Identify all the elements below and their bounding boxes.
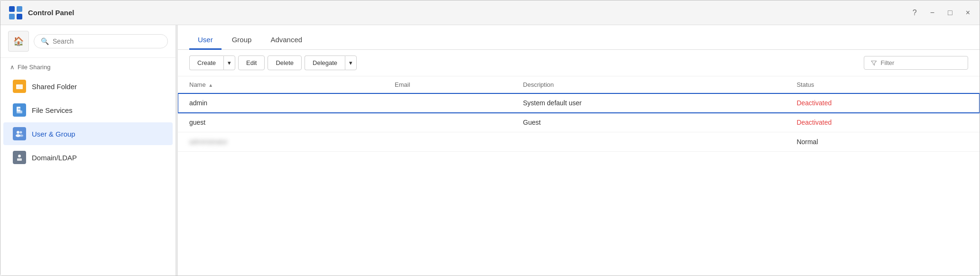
svg-point-12 <box>19 135 23 137</box>
delegate-button[interactable]: Delegate <box>305 55 345 70</box>
search-box[interactable]: 🔍 <box>34 34 168 48</box>
col-email: Email <box>383 76 511 93</box>
file-sharing-label: File Sharing <box>18 64 50 71</box>
maximize-button[interactable]: □ <box>946 8 954 18</box>
file-sharing-section[interactable]: ∧ File Sharing <box>0 58 176 74</box>
cell-email <box>383 113 511 132</box>
sidebar-item-shared-folder[interactable]: Shared Folder <box>3 75 173 98</box>
svg-point-9 <box>17 131 19 134</box>
sidebar-item-file-services[interactable]: File Services <box>3 99 173 121</box>
tab-user[interactable]: User <box>189 31 222 50</box>
users-table: Name ▲ Email Description Status <box>178 76 980 152</box>
create-button[interactable]: Create <box>189 55 223 70</box>
tab-advanced[interactable]: Advanced <box>262 31 311 50</box>
table-wrapper: Name ▲ Email Description Status <box>178 76 980 276</box>
svg-rect-1 <box>17 6 22 12</box>
sidebar-header: 🏠 🔍 <box>0 25 176 58</box>
cell-name: guest <box>178 113 383 132</box>
sidebar: 🏠 🔍 ∧ File Sharing Shared <box>0 25 176 276</box>
filter-box[interactable] <box>864 56 968 70</box>
table-header: Name ▲ Email Description Status <box>178 76 980 93</box>
home-button[interactable]: 🏠 <box>8 31 29 52</box>
svg-marker-15 <box>871 61 877 65</box>
delegate-dropdown-button[interactable]: ▾ <box>345 55 357 70</box>
cell-description: System default user <box>512 93 786 113</box>
user-group-icon <box>13 127 26 140</box>
svg-point-13 <box>18 155 21 157</box>
app-icon <box>8 5 23 20</box>
name-sort-icon: ▲ <box>208 83 213 88</box>
cell-description <box>512 132 786 152</box>
filter-icon <box>871 60 877 66</box>
svg-point-10 <box>20 131 22 134</box>
svg-rect-0 <box>9 6 15 12</box>
svg-rect-5 <box>16 85 19 86</box>
svg-rect-8 <box>18 109 20 110</box>
col-status: Status <box>785 76 980 93</box>
create-button-group: Create ▾ <box>189 55 235 70</box>
table-row[interactable]: guest Guest Deactivated <box>178 113 980 132</box>
minimize-button[interactable]: − <box>928 8 936 18</box>
domain-ldap-label: Domain/LDAP <box>32 154 77 162</box>
user-group-label: User & Group <box>32 130 75 138</box>
svg-rect-14 <box>17 158 22 161</box>
cell-name: administrator <box>178 132 383 152</box>
tab-group[interactable]: Group <box>223 31 260 50</box>
shared-folder-icon <box>13 80 26 93</box>
toolbar: Create ▾ Edit Delete Delegate ▾ <box>178 50 980 76</box>
svg-rect-7 <box>17 110 22 113</box>
edit-button[interactable]: Edit <box>238 55 265 70</box>
cell-description: Guest <box>512 113 786 132</box>
tabs-bar: User Group Advanced <box>178 25 980 50</box>
table-row[interactable]: admin System default user Deactivated <box>178 93 980 113</box>
delete-button[interactable]: Delete <box>268 55 302 70</box>
table-body: admin System default user Deactivated gu… <box>178 93 980 152</box>
file-services-icon <box>13 103 26 117</box>
cell-status: Deactivated <box>785 113 980 132</box>
sidebar-item-domain-ldap[interactable]: Domain/LDAP <box>3 146 173 169</box>
content-area: User Group Advanced Create ▾ Edit Delete… <box>178 25 980 276</box>
svg-rect-3 <box>17 14 22 19</box>
file-sharing-arrow: ∧ <box>10 64 15 71</box>
col-name[interactable]: Name ▲ <box>178 76 383 93</box>
cell-name: admin <box>178 93 383 113</box>
delegate-button-group: Delegate ▾ <box>305 55 357 70</box>
cell-email <box>383 93 511 113</box>
titlebar: Control Panel ? − □ × <box>0 0 980 25</box>
help-button[interactable]: ? <box>911 8 919 18</box>
delegate-dropdown-arrow: ▾ <box>349 59 352 66</box>
shared-folder-label: Shared Folder <box>32 83 77 91</box>
window-title: Control Panel <box>28 9 911 17</box>
sidebar-item-user-group[interactable]: User & Group <box>3 122 173 145</box>
create-dropdown-arrow: ▾ <box>228 59 231 66</box>
control-panel-window: Control Panel ? − □ × 🏠 🔍 ∧ File Sharing <box>0 0 980 276</box>
cell-email <box>383 132 511 152</box>
cell-status: Normal <box>785 132 980 152</box>
filter-input[interactable] <box>880 59 961 66</box>
close-button[interactable]: × <box>964 8 972 18</box>
table-row[interactable]: administrator Normal <box>178 132 980 152</box>
window-controls: ? − □ × <box>911 8 972 18</box>
search-input[interactable] <box>53 37 161 45</box>
col-description: Description <box>512 76 786 93</box>
file-services-label: File Services <box>32 106 73 114</box>
cell-status: Deactivated <box>785 93 980 113</box>
main-layout: 🏠 🔍 ∧ File Sharing Shared <box>0 25 980 276</box>
svg-rect-2 <box>9 14 15 19</box>
blurred-username: administrator <box>189 138 228 146</box>
create-dropdown-button[interactable]: ▾ <box>223 55 235 70</box>
domain-icon <box>13 151 26 164</box>
search-icon: 🔍 <box>41 37 49 45</box>
